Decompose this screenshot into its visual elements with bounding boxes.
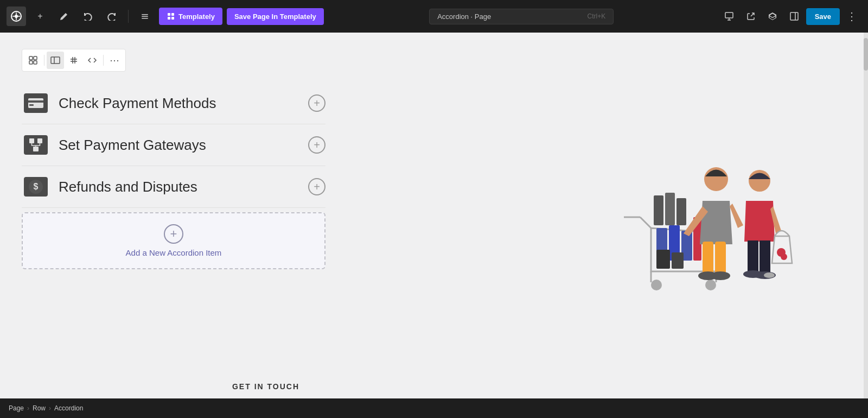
search-bar[interactable]: Accordion · Page Ctrl+K <box>429 9 614 24</box>
toolbar-divider-2 <box>103 55 104 66</box>
svg-rect-38 <box>703 242 713 274</box>
accordion-icon-wrap-3: $ <box>22 176 50 198</box>
svg-rect-19 <box>29 138 34 143</box>
editor-area: ⋯ Check Payment Methods + <box>0 33 532 418</box>
svg-rect-2 <box>142 14 148 15</box>
svg-rect-45 <box>748 240 758 273</box>
save-button[interactable]: Save <box>806 8 840 25</box>
accordion-icon-wrap-1 <box>22 92 50 114</box>
svg-text:$: $ <box>34 182 39 191</box>
panel-toggle-button[interactable] <box>784 7 804 26</box>
accordion-expand-2[interactable]: + <box>308 136 326 154</box>
accordion-title-1: Check Payment Methods <box>59 95 299 112</box>
add-new-icon: + <box>164 224 183 244</box>
accordion-item-refunds[interactable]: $ Refunds and Disputes + <box>22 166 326 208</box>
card-icon <box>24 93 48 113</box>
svg-rect-21 <box>33 147 39 151</box>
svg-rect-30 <box>676 198 686 225</box>
toolbar-divider-1 <box>128 10 129 23</box>
block-type-button[interactable] <box>24 52 42 69</box>
accordion-container: Check Payment Methods + Set Payment <box>22 83 326 269</box>
more-tools-button[interactable] <box>135 7 155 26</box>
toolbar-right: Save ⋮ <box>719 7 861 26</box>
wp-logo[interactable] <box>7 7 26 26</box>
accordion-expand-1[interactable]: + <box>308 94 326 112</box>
top-toolbar: + Templately Save Page In Templately <box>0 0 868 33</box>
svg-rect-11 <box>29 56 33 60</box>
redo-button[interactable] <box>102 7 122 26</box>
svg-point-41 <box>711 271 730 280</box>
more-block-options[interactable]: ⋯ <box>106 52 123 69</box>
svg-rect-13 <box>29 61 33 64</box>
svg-rect-35 <box>656 250 670 269</box>
toolbar-divider <box>44 55 44 66</box>
breadcrumb-sep-2: › <box>49 404 51 412</box>
svg-rect-39 <box>715 242 726 274</box>
illustration-area <box>532 33 868 418</box>
svg-rect-14 <box>34 61 37 64</box>
svg-point-26 <box>651 280 662 290</box>
add-new-label: Add a New Accordion Item <box>126 248 222 257</box>
breadcrumb-sep-1: › <box>27 404 29 412</box>
desktop-view-button[interactable] <box>719 7 739 26</box>
gateway-icon <box>24 135 48 155</box>
accordion-expand-3[interactable]: + <box>308 178 326 195</box>
breadcrumb-row[interactable]: Row <box>33 404 46 412</box>
save-templately-button[interactable]: Save Page In Templately <box>227 8 324 25</box>
accordion-title-2: Set Payment Gateways <box>59 137 299 154</box>
bottom-bar: Page › Row › Accordion <box>0 398 868 418</box>
main-content: ⋯ Check Payment Methods + <box>0 33 868 418</box>
toolbar-center: Accordion · Page Ctrl+K <box>328 9 715 24</box>
svg-rect-8 <box>171 17 174 20</box>
edit-button[interactable] <box>54 7 74 26</box>
scrollbar[interactable] <box>864 33 868 398</box>
svg-rect-46 <box>760 240 770 273</box>
blocks-manager-button[interactable] <box>763 7 782 26</box>
svg-rect-7 <box>168 17 170 20</box>
add-block-button[interactable]: + <box>30 7 50 26</box>
svg-point-27 <box>705 280 716 290</box>
accordion-item-set-gateway[interactable]: Set Payment Gateways + <box>22 124 326 166</box>
refund-icon: $ <box>24 177 48 197</box>
svg-rect-4 <box>142 18 148 19</box>
svg-point-44 <box>781 254 787 260</box>
svg-rect-3 <box>142 16 148 17</box>
svg-rect-5 <box>168 13 170 16</box>
search-text: Accordion · Page <box>437 12 491 21</box>
svg-rect-17 <box>28 100 43 103</box>
code-button[interactable] <box>84 52 101 69</box>
svg-rect-12 <box>34 56 37 60</box>
svg-rect-18 <box>29 104 34 106</box>
scroll-thumb[interactable] <box>864 38 868 71</box>
svg-point-49 <box>764 273 775 278</box>
svg-rect-36 <box>672 252 684 269</box>
svg-rect-20 <box>37 138 42 143</box>
svg-rect-29 <box>665 193 675 225</box>
accordion-title-3: Refunds and Disputes <box>59 179 299 195</box>
templately-button[interactable]: Templately <box>159 8 222 25</box>
footer-text: GET IN TOUCH <box>232 382 299 391</box>
grid-button[interactable] <box>65 52 82 69</box>
svg-rect-16 <box>28 98 43 108</box>
layout-button[interactable] <box>47 52 64 69</box>
search-shortcut: Ctrl+K <box>587 12 605 20</box>
svg-rect-9 <box>725 12 733 18</box>
svg-rect-6 <box>171 13 174 16</box>
accordion-item-check-payment[interactable]: Check Payment Methods + <box>22 83 326 124</box>
svg-rect-28 <box>654 195 663 225</box>
open-new-tab-button[interactable] <box>741 7 761 26</box>
block-toolbar: ⋯ <box>22 49 126 72</box>
undo-button[interactable] <box>78 7 98 26</box>
breadcrumb-page[interactable]: Page <box>9 404 24 412</box>
add-new-accordion-item[interactable]: + Add a New Accordion Item <box>22 212 326 269</box>
svg-point-1 <box>15 15 18 18</box>
svg-rect-10 <box>790 12 798 20</box>
accordion-icon-wrap-2 <box>22 134 50 156</box>
more-options-button[interactable]: ⋮ <box>842 7 861 26</box>
breadcrumb-accordion[interactable]: Accordion <box>54 404 83 412</box>
svg-rect-15 <box>51 57 60 64</box>
